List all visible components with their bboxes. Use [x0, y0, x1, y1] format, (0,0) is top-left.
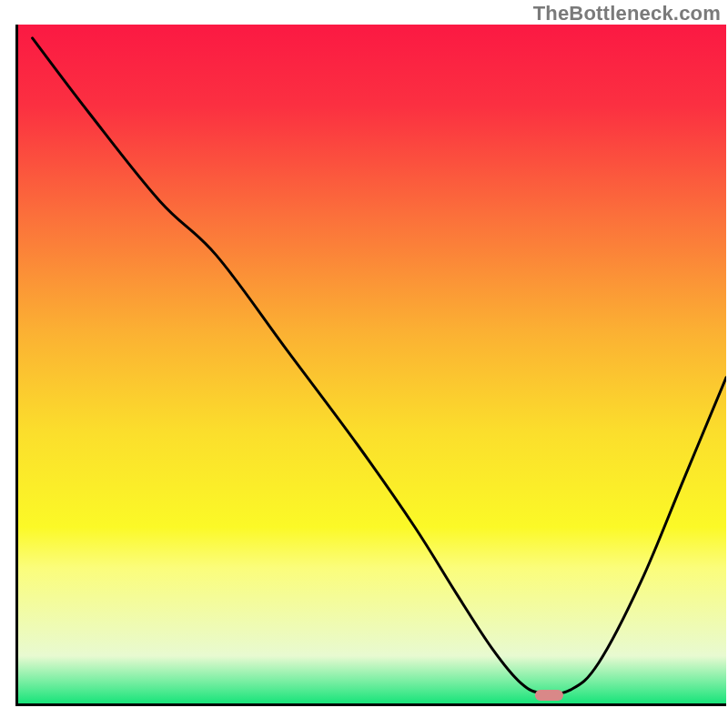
bottleneck-chart [0, 0, 728, 728]
chart-stage: TheBottleneck.com [0, 0, 728, 728]
optimal-point-marker [535, 690, 563, 701]
gradient-background [18, 25, 726, 703]
watermark-text: TheBottleneck.com [533, 2, 721, 25]
